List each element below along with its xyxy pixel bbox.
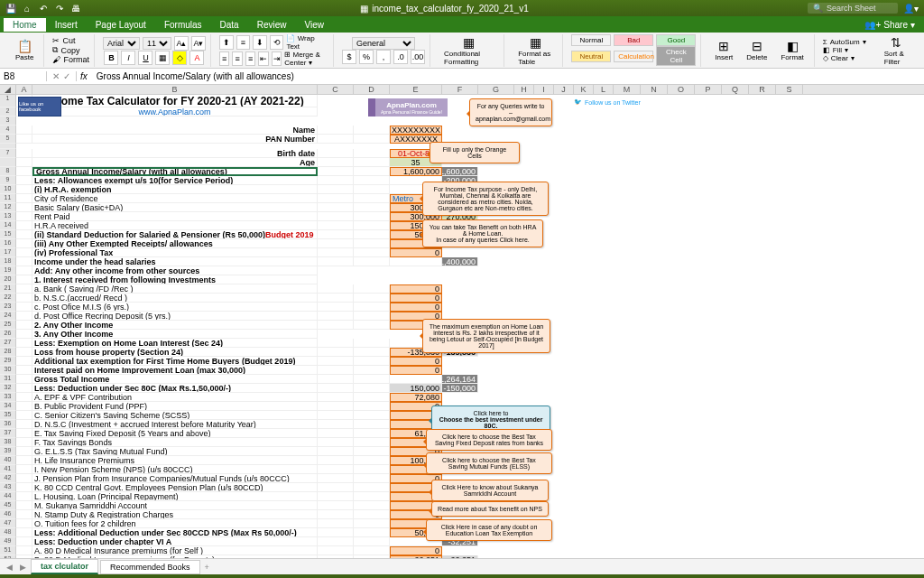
col-header[interactable]: M bbox=[614, 85, 641, 94]
fill-color-button[interactable]: ◇ bbox=[172, 51, 187, 65]
col-header[interactable]: J bbox=[554, 85, 574, 94]
sort-filter-button[interactable]: ⇅Sort & Filter bbox=[879, 33, 914, 68]
font-name[interactable]: Arial bbox=[103, 37, 140, 50]
spreadsheet-grid[interactable]: Like us on facebook ApnaPlan.comApna Per… bbox=[0, 95, 924, 558]
decimal-inc-icon[interactable]: .0 bbox=[393, 50, 408, 64]
sheet-tab-other[interactable]: Recommended Books bbox=[100, 560, 200, 574]
currency-icon[interactable]: $ bbox=[342, 50, 356, 64]
italic-button[interactable]: I bbox=[121, 51, 135, 65]
tab-formulas[interactable]: Formulas bbox=[155, 18, 211, 32]
tab-insert[interactable]: Insert bbox=[46, 18, 87, 32]
col-header[interactable]: D bbox=[354, 85, 390, 94]
share-button[interactable]: 👥+ Share ▾ bbox=[864, 20, 924, 30]
callout-bestelss[interactable]: Click here to choose the Best Tax Saving… bbox=[426, 452, 552, 474]
format-cells-button[interactable]: ◧Format bbox=[775, 37, 808, 63]
style-calculation[interactable]: Calculation bbox=[614, 51, 653, 62]
copy-button[interactable]: Copy bbox=[60, 46, 79, 55]
callout-npsinfo[interactable]: Read more about Tax benefit on NPS bbox=[431, 501, 549, 517]
decimal-dec-icon[interactable]: .00 bbox=[411, 50, 425, 64]
home-qat-icon[interactable]: ⌂ bbox=[22, 3, 32, 14]
sheet-nav-last-icon[interactable]: ▶ bbox=[17, 563, 29, 572]
enter-formula-icon[interactable]: ✓ bbox=[63, 71, 70, 81]
indent-dec-icon[interactable]: ⇤ bbox=[258, 51, 268, 66]
align-left-icon[interactable]: ≡ bbox=[219, 51, 229, 66]
name-box[interactable]: B8 bbox=[0, 71, 47, 81]
tab-review[interactable]: Review bbox=[248, 18, 296, 32]
decrease-font-icon[interactable]: A▾ bbox=[191, 36, 206, 51]
align-center-icon[interactable]: ≡ bbox=[232, 51, 242, 66]
align-top-icon[interactable]: ⬆ bbox=[219, 35, 234, 50]
fx-icon[interactable]: fx bbox=[77, 71, 91, 81]
search-input[interactable]: 🔍 Search Sheet bbox=[808, 3, 898, 14]
underline-button[interactable]: U bbox=[138, 51, 152, 65]
col-header[interactable]: Q bbox=[722, 85, 749, 94]
align-right-icon[interactable]: ≡ bbox=[245, 51, 255, 66]
tab-data[interactable]: Data bbox=[211, 18, 248, 32]
tab-home[interactable]: Home bbox=[4, 18, 46, 32]
col-header[interactable]: G bbox=[478, 85, 514, 94]
style-good[interactable]: Good bbox=[656, 34, 696, 46]
col-header[interactable]: S bbox=[776, 85, 803, 94]
twitter-badge[interactable]: 🐦 Follow us on Twitter bbox=[574, 98, 641, 106]
increase-font-icon[interactable]: A▴ bbox=[174, 36, 189, 51]
align-bottom-icon[interactable]: ⬇ bbox=[253, 35, 267, 50]
clear-button[interactable]: Clear bbox=[831, 54, 848, 62]
delete-cells-button[interactable]: ⊟Delete bbox=[741, 37, 772, 63]
callout-hra[interactable]: You can take Tax Benefit on both HRA & H… bbox=[422, 219, 543, 247]
cancel-formula-icon[interactable]: ✕ bbox=[52, 71, 60, 81]
col-header[interactable]: A bbox=[16, 85, 32, 94]
indent-inc-icon[interactable]: ⇥ bbox=[272, 51, 282, 66]
col-header[interactable]: H bbox=[514, 85, 534, 94]
font-color-button[interactable]: A bbox=[189, 51, 204, 65]
font-size[interactable]: 11 bbox=[143, 37, 171, 50]
format-as-table-button[interactable]: ▦Format as Table bbox=[513, 33, 558, 68]
cut-button[interactable]: Cut bbox=[62, 36, 75, 45]
callout-bestfd[interactable]: Click here to choose the Best Tax Saving… bbox=[426, 429, 552, 451]
col-header[interactable]: K bbox=[574, 85, 594, 94]
website-link[interactable]: www.ApnaPlan.com bbox=[138, 107, 210, 117]
format-painter-button[interactable]: Format bbox=[63, 55, 89, 64]
fill-button[interactable]: Fill bbox=[833, 46, 842, 54]
align-middle-icon[interactable]: ≡ bbox=[236, 35, 251, 50]
col-header[interactable]: R bbox=[749, 85, 776, 94]
tab-view[interactable]: View bbox=[295, 18, 333, 32]
callout-eduloan[interactable]: Click Here in case of any doubt on Educa… bbox=[426, 519, 552, 541]
style-bad[interactable]: Bad bbox=[614, 34, 653, 46]
insert-cells-button[interactable]: ⊞Insert bbox=[709, 37, 738, 63]
select-all-corner[interactable]: ◢ bbox=[0, 85, 16, 94]
percent-icon[interactable]: % bbox=[359, 50, 374, 64]
col-header[interactable]: O bbox=[668, 85, 695, 94]
autosum-button[interactable]: AutoSum bbox=[830, 38, 860, 46]
col-header[interactable]: I bbox=[534, 85, 554, 94]
conditional-formatting-button[interactable]: ▦Conditional Formatting bbox=[439, 33, 499, 68]
sheet-tab-active[interactable]: tax clculator bbox=[31, 559, 98, 574]
style-normal[interactable]: Normal bbox=[571, 34, 611, 46]
undo-icon[interactable]: ↶ bbox=[38, 3, 49, 14]
paste-button[interactable]: 📋Paste bbox=[10, 37, 39, 63]
col-header[interactable]: F bbox=[442, 85, 478, 94]
user-icon[interactable]: 👤▾ bbox=[903, 4, 919, 14]
redo-icon[interactable]: ↷ bbox=[54, 3, 65, 14]
formula-input[interactable]: Gross Annual Income/Salary (with all all… bbox=[91, 71, 924, 81]
orientation-icon[interactable]: ⟲ bbox=[270, 35, 284, 50]
add-sheet-icon[interactable]: + bbox=[202, 563, 212, 572]
col-header[interactable]: P bbox=[695, 85, 722, 94]
merge-button[interactable]: ⊞ Merge & Center ▾ bbox=[284, 51, 328, 67]
sheet-nav-first-icon[interactable]: ◀ bbox=[4, 563, 15, 572]
col-header[interactable]: E bbox=[390, 85, 442, 94]
print-icon[interactable]: 🖶 bbox=[70, 3, 81, 14]
col-header[interactable]: N bbox=[641, 85, 668, 94]
callout-sukanya[interactable]: Click Here to know about Sukanya Samridd… bbox=[431, 480, 549, 501]
bold-button[interactable]: B bbox=[104, 51, 118, 65]
style-neutral[interactable]: Neutral bbox=[571, 51, 611, 62]
border-button[interactable]: ▦ bbox=[155, 51, 170, 65]
tab-page-layout[interactable]: Page Layout bbox=[87, 18, 155, 32]
col-header[interactable]: L bbox=[594, 85, 614, 94]
number-format[interactable]: General bbox=[352, 37, 415, 50]
facebook-badge[interactable]: Like us on facebook bbox=[18, 97, 61, 117]
wrap-text-button[interactable]: 📄 Wrap Text bbox=[286, 34, 328, 51]
style-check-cell[interactable]: Check Cell bbox=[656, 46, 696, 66]
save-icon[interactable]: 💾 bbox=[5, 3, 16, 14]
col-header[interactable]: C bbox=[318, 85, 354, 94]
col-header[interactable]: B bbox=[32, 85, 318, 94]
